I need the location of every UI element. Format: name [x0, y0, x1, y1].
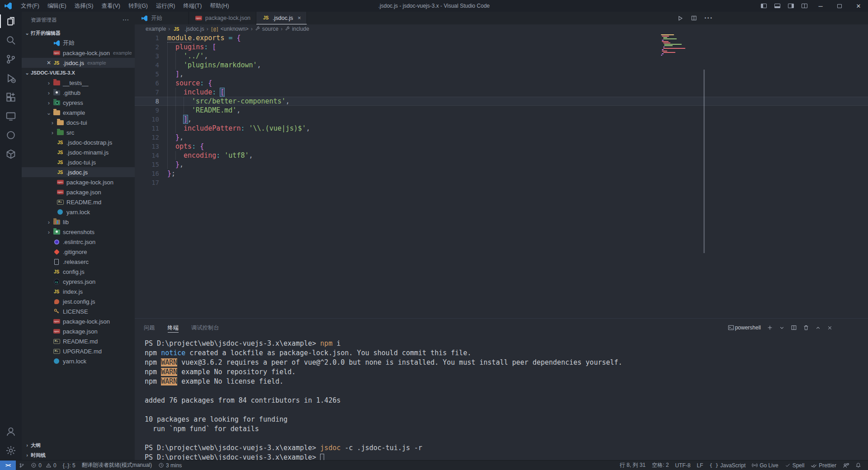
status-branch[interactable] — [16, 461, 28, 470]
menu-item-7[interactable]: 帮助(H) — [206, 0, 233, 12]
tab-开始[interactable]: 开始 — [135, 12, 189, 24]
tree-item[interactable]: ›cypress — [22, 98, 135, 108]
new-terminal-icon[interactable] — [767, 324, 773, 331]
status-prettier[interactable]: Prettier — [807, 461, 840, 470]
tree-item[interactable]: npmpackage.json — [22, 326, 135, 336]
tree-item[interactable]: ›docs-tui — [22, 118, 135, 127]
split-terminal-icon[interactable] — [791, 324, 797, 331]
open-editors-header[interactable]: ⌄ 打开的编辑器 — [22, 28, 135, 38]
tree-item[interactable]: .releaserc — [22, 257, 135, 267]
tab-.jsdoc.js[interactable]: JS.jsdoc.js× — [256, 12, 307, 24]
status-notifications[interactable] — [852, 461, 864, 470]
panel-tab-调试控制台[interactable]: 调试控制台 — [191, 319, 219, 337]
toggle-secondary-sidebar-icon[interactable] — [784, 0, 797, 12]
status-feedback[interactable] — [840, 461, 852, 470]
menu-item-3[interactable]: 查看(V) — [97, 0, 124, 12]
tree-item[interactable]: LICENSE — [22, 306, 135, 316]
tree-item[interactable]: JSindex.js — [22, 287, 135, 296]
status-eol[interactable]: LF — [693, 461, 706, 470]
menu-item-1[interactable]: 编辑(E) — [43, 0, 71, 12]
minimize-button[interactable]: ─ — [811, 0, 830, 12]
status-brackets[interactable]: {..}: 5 — [60, 461, 79, 470]
menu-item-6[interactable]: 终端(T) — [179, 0, 206, 12]
status-indentation[interactable]: 空格: 2 — [649, 461, 672, 470]
more-actions-icon[interactable]: ··· — [704, 14, 713, 22]
tree-item[interactable]: ⌄example — [22, 108, 135, 118]
status-language[interactable]: { }JavaScript — [706, 461, 749, 470]
status-timer[interactable]: 3 mins — [155, 461, 185, 470]
activity-settings-icon[interactable] — [0, 441, 22, 460]
tree-item[interactable]: npmpackage.json — [22, 187, 135, 197]
breadcrumb-item[interactable]: example — [146, 26, 166, 32]
panel-tab-问题[interactable]: 问题 — [144, 319, 155, 337]
restore-button[interactable] — [830, 0, 849, 12]
timeline-header[interactable]: › 时间线 — [22, 450, 135, 460]
status-problems[interactable]: 00 — [28, 461, 59, 470]
activity-extensions-icon[interactable] — [0, 88, 22, 107]
open-editor-item[interactable]: npmpackage-lock.jsonexample — [22, 48, 135, 58]
tree-item[interactable]: M↓UPGRADE.md — [22, 346, 135, 356]
toggle-panel-icon[interactable] — [770, 0, 784, 12]
tree-item[interactable]: ›.github — [22, 88, 135, 98]
editor-scrollbar[interactable] — [703, 70, 705, 253]
remote-indicator[interactable]: >< — [0, 461, 16, 470]
activity-account-icon[interactable] — [0, 422, 22, 441]
status-translator[interactable]: 翻译朗读者就绪(模式manual) — [79, 461, 155, 470]
panel-tab-终端[interactable]: 终端 — [168, 319, 179, 337]
terminal-output[interactable]: PS D:\project\web\jsdoc-vuejs-3.x\exampl… — [135, 337, 868, 462]
menu-item-5[interactable]: 运行(R) — [152, 0, 179, 12]
breadcrumb-item[interactable]: source — [255, 26, 278, 32]
activity-source-control-icon[interactable] — [0, 50, 22, 69]
outline-header[interactable]: › 大纲 — [22, 440, 135, 450]
activity-live-share-icon[interactable] — [0, 126, 22, 145]
status-go-live[interactable]: Go Live — [749, 461, 781, 470]
tree-item[interactable]: ›src — [22, 127, 135, 137]
breadcrumb-item[interactable]: JS.jsdoc.js — [172, 25, 204, 33]
tree-item[interactable]: JS.jsdoc-minami.js — [22, 147, 135, 157]
tree-item[interactable]: jest.config.js — [22, 296, 135, 306]
tree-item[interactable]: npmpackage-lock.json — [22, 316, 135, 326]
open-editor-item[interactable]: 开始 — [22, 38, 135, 48]
activity-docker-icon[interactable] — [0, 145, 22, 164]
terminal-dropdown-icon[interactable] — [779, 325, 785, 331]
minimap[interactable] — [661, 34, 701, 57]
kill-terminal-icon[interactable] — [803, 324, 809, 331]
split-editor-button[interactable] — [691, 15, 697, 21]
open-editor-item[interactable]: ✕JS.jsdoc.jsexample — [22, 58, 135, 68]
breadcrumb-item[interactable]: include — [285, 26, 309, 32]
tree-item[interactable]: yarn.lock — [22, 356, 135, 366]
activity-explorer-icon[interactable] — [0, 12, 22, 31]
code-editor[interactable]: 1module.exports = {2plugins: [3'../',4'p… — [135, 33, 868, 187]
explorer-more-actions-icon[interactable]: ··· — [123, 17, 130, 23]
close-window-button[interactable]: ✕ — [849, 0, 868, 12]
tree-item[interactable]: .gitignore — [22, 247, 135, 257]
tree-item[interactable]: npmpackage-lock.json — [22, 177, 135, 187]
customize-layout-icon[interactable] — [797, 0, 811, 12]
close-icon[interactable]: × — [293, 14, 301, 21]
tree-item[interactable]: JS.jsdoc-tui.js — [22, 157, 135, 167]
status-spell[interactable]: Spell — [782, 461, 808, 470]
tree-item[interactable]: M↓README.md — [22, 197, 135, 207]
tree-item[interactable]: ›screenshots — [22, 227, 135, 237]
tree-item[interactable]: JS.jsdoc.js — [22, 167, 135, 177]
tree-item[interactable]: ›__tests__ — [22, 78, 135, 88]
toggle-sidebar-icon[interactable] — [757, 0, 770, 12]
project-root-header[interactable]: ⌄ JSDOC-VUEJS-3.X — [22, 68, 135, 78]
tree-item[interactable]: cycypress.json — [22, 277, 135, 287]
activity-run-and-debug-icon[interactable] — [0, 69, 22, 88]
status-cursor-position[interactable]: 行 8, 列 31 — [617, 461, 649, 470]
menu-item-4[interactable]: 转到(G) — [124, 0, 152, 12]
tab-package-lock.json[interactable]: npmpackage-lock.json — [189, 12, 256, 24]
breadcrumb-item[interactable]: [@]<unknown> — [211, 26, 249, 32]
tree-item[interactable]: ›lib — [22, 217, 135, 227]
terminal-picker[interactable]: powershell — [728, 324, 761, 331]
menu-item-0[interactable]: 文件(F) — [17, 0, 43, 12]
tree-item[interactable]: JSconfig.js — [22, 267, 135, 277]
maximize-panel-icon[interactable] — [815, 325, 821, 331]
close-icon[interactable]: ✕ — [45, 60, 52, 66]
run-button[interactable] — [677, 15, 684, 22]
activity-remote-explorer-icon[interactable] — [0, 107, 22, 126]
tree-item[interactable]: JS.jsdoc-docstrap.js — [22, 137, 135, 147]
activity-search-icon[interactable] — [0, 31, 22, 50]
tree-item[interactable]: M↓README.md — [22, 336, 135, 346]
